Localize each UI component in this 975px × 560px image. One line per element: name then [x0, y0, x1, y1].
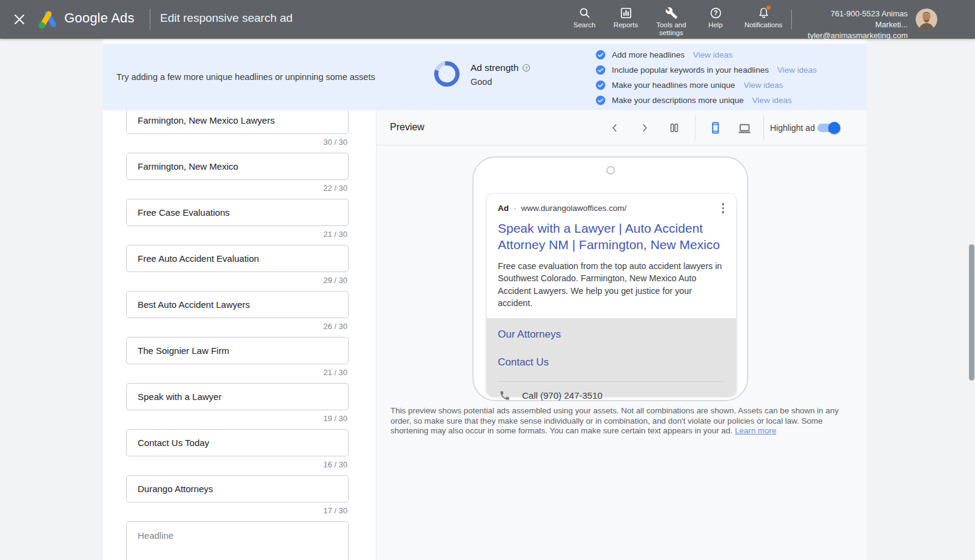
- suggestion-checklist: Add more headlines View ideas Include po…: [595, 47, 817, 108]
- preview-panel: Preview Highlight ad: [376, 110, 866, 560]
- ad-preview-card: Ad · www.durangolawoffices.com/ Speak wi…: [487, 194, 736, 396]
- view-ideas-link[interactable]: View ideas: [752, 96, 792, 105]
- ad-extensions-section: Our Attorneys Contact Us Call (970) 247-…: [487, 318, 736, 410]
- headline-input[interactable]: Farmington, New Mexico Lawyers: [126, 107, 349, 134]
- top-app-bar: Google Ads Edit responsive search ad Sea…: [0, 0, 975, 39]
- headline-input[interactable]: Farmington, New Mexico: [126, 153, 349, 180]
- view-ideas-link[interactable]: View ideas: [743, 81, 783, 90]
- char-counter: 26 / 30: [126, 322, 349, 332]
- suggestion-row: Include popular keywords in your headlin…: [595, 62, 817, 78]
- headline-input[interactable]: Free Auto Accident Evaluation: [126, 245, 349, 272]
- ad-strength-label: Ad strength: [471, 62, 518, 73]
- topbar-divider: [150, 9, 150, 30]
- headline-row: Headline: [126, 521, 349, 560]
- close-icon[interactable]: [13, 13, 25, 25]
- ad-strength-banner: Try adding a few more unique headlines o…: [103, 44, 866, 110]
- chevron-left-icon[interactable]: [609, 122, 620, 133]
- chevron-right-icon[interactable]: [639, 122, 650, 133]
- view-ideas-link[interactable]: View ideas: [777, 65, 817, 75]
- mobile-device-icon[interactable]: [709, 121, 722, 135]
- headline-fields-list: Farmington, New Mexico Lawyers 30 / 30 F…: [126, 107, 349, 560]
- check-circle-icon: [595, 65, 606, 75]
- nav-tools[interactable]: Tools and settings: [646, 0, 697, 37]
- call-number: Call (970) 247-3510: [522, 390, 603, 401]
- brand-title: Google Ads: [64, 10, 135, 26]
- headline-input[interactable]: The Soignier Law Firm: [126, 337, 349, 364]
- suggestion-row: Add more headlines View ideas: [595, 47, 817, 62]
- separator-dot: ·: [514, 204, 517, 213]
- nav-notifications-label: Notifications: [745, 21, 783, 29]
- preview-header: Preview Highlight ad: [377, 110, 866, 145]
- nav-search[interactable]: Search: [563, 0, 606, 29]
- headline-input-empty[interactable]: Headline: [126, 521, 349, 560]
- ad-headline-link[interactable]: Speak with a Lawyer | Auto Accident Atto…: [498, 220, 725, 253]
- page-title: Edit responsive search ad: [160, 12, 293, 25]
- char-counter: 21 / 30: [126, 230, 349, 239]
- google-ads-logo-icon: [36, 8, 59, 31]
- headline-row: Best Auto Accident Lawyers 26 / 30: [126, 291, 349, 332]
- account-email: tyler@animasmarketing.com: [797, 30, 908, 41]
- highlight-ad-toggle[interactable]: [817, 124, 839, 132]
- header-divider: [695, 115, 695, 141]
- display-url: www.durangolawoffices.com/: [521, 204, 627, 213]
- suggestion-label: Include popular keywords in your headlin…: [612, 65, 769, 75]
- ad-main-section: Ad · www.durangolawoffices.com/ Speak wi…: [487, 194, 736, 318]
- topbar-nav: Search Reports Tools and settings ? Help: [563, 0, 792, 39]
- edit-ad-panel: Try adding a few more unique headlines o…: [103, 39, 866, 560]
- char-counter: 30 / 30: [126, 138, 349, 147]
- headline-input[interactable]: Speak with a Lawyer: [126, 383, 349, 410]
- kebab-menu-icon[interactable]: [721, 202, 726, 215]
- phone-camera-icon: [606, 166, 615, 175]
- help-circle-icon[interactable]: ?: [522, 64, 531, 72]
- ad-url-row: Ad · www.durangolawoffices.com/: [498, 202, 725, 215]
- char-counter: 17 / 30: [126, 506, 349, 516]
- call-extension[interactable]: Call (970) 247-3510: [498, 382, 725, 410]
- reports-icon: [620, 7, 632, 19]
- avatar[interactable]: [916, 8, 937, 30]
- char-counter: 29 / 30: [126, 276, 349, 285]
- tools-icon: [665, 7, 678, 19]
- headline-row: Free Case Evaluations 21 / 30: [126, 199, 349, 239]
- char-counter: 22 / 30: [126, 184, 349, 193]
- phone-call-icon: [499, 390, 511, 401]
- account-info[interactable]: 761-900-5523 Animas Marketi... tyler@ani…: [797, 8, 908, 41]
- pause-icon[interactable]: [668, 122, 680, 134]
- char-counter: 16 / 30: [126, 460, 349, 470]
- toggle-knob: [828, 122, 840, 134]
- sitelink[interactable]: Our Attorneys: [498, 328, 725, 341]
- headline-row: The Soignier Law Firm 21 / 30: [126, 337, 349, 378]
- headline-input[interactable]: Durango Attorneys: [126, 475, 349, 502]
- view-ideas-link[interactable]: View ideas: [693, 50, 732, 59]
- suggestion-label: Make your descriptions more unique: [612, 96, 744, 105]
- highlight-ad-label: Highlight ad: [770, 123, 815, 133]
- nav-help[interactable]: ? Help: [697, 0, 734, 29]
- nav-reports[interactable]: Reports: [606, 0, 646, 29]
- topbar-divider: [791, 10, 792, 29]
- svg-text:?: ?: [714, 9, 717, 16]
- banner-message: Try adding a few more unique headlines o…: [116, 72, 375, 82]
- learn-more-link[interactable]: Learn more: [735, 426, 776, 435]
- headline-input[interactable]: Best Auto Accident Lawyers: [126, 291, 349, 318]
- headline-row: Contact Us Today 16 / 30: [126, 429, 349, 470]
- headline-input[interactable]: Contact Us Today: [126, 429, 349, 456]
- ad-badge: Ad: [498, 204, 509, 213]
- desktop-device-icon[interactable]: [737, 122, 752, 135]
- headline-row: Farmington, New Mexico 22 / 30: [126, 153, 349, 193]
- suggestion-row: Make your headlines more unique View ide…: [595, 78, 817, 93]
- nav-help-label: Help: [708, 21, 723, 29]
- sitelink[interactable]: Contact Us: [498, 356, 725, 368]
- nav-search-label: Search: [574, 21, 595, 29]
- headline-input[interactable]: Free Case Evaluations: [126, 199, 349, 226]
- char-counter: 19 / 30: [126, 414, 349, 424]
- headline-row: Speak with a Lawyer 19 / 30: [126, 383, 349, 424]
- header-divider: [763, 115, 764, 141]
- ad-strength-value: Good: [471, 77, 492, 87]
- suggestion-label: Add more headlines: [612, 50, 685, 59]
- vertical-scrollbar-thumb[interactable]: [969, 244, 974, 381]
- nav-notifications[interactable]: Notifications: [734, 0, 792, 29]
- headline-row: Durango Attorneys 17 / 30: [126, 475, 349, 516]
- preview-disclaimer: This preview shows potential ads assembl…: [390, 406, 846, 436]
- nav-reports-label: Reports: [614, 21, 638, 29]
- char-counter: 21 / 30: [126, 368, 349, 378]
- help-icon: ?: [709, 7, 722, 19]
